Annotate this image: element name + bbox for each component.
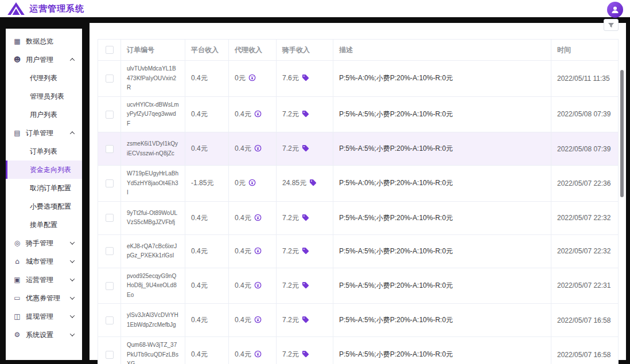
sidebar-item-order-management[interactable]: ▤ 订单管理 — [6, 124, 82, 142]
coin-icon — [254, 144, 262, 152]
agent-income: 0.4元 — [235, 110, 251, 118]
description: P:5%-A:5%;小费P:20%-A:10%-R:0元 — [339, 214, 453, 222]
sidebar-item-city-management[interactable]: ⌂ 城市管理 — [6, 252, 82, 271]
coin-icon — [248, 74, 256, 81]
rider-income: 24.85元 — [282, 179, 306, 187]
row-checkbox[interactable] — [106, 179, 114, 187]
sidebar-subitem-label: 资金走向列表 — [30, 165, 71, 175]
top-header: 运营管理系统 — [0, 0, 630, 17]
user-avatar[interactable] — [607, 2, 623, 18]
price-tag-icon — [302, 316, 309, 323]
sidebar-subitem-label: 订单列表 — [30, 147, 57, 156]
row-checkbox[interactable] — [106, 247, 114, 255]
brand-logo-icon — [7, 2, 25, 15]
table-row: eKJ8-rQA7cBc6ixrJpGz_PXEKk1rlGsI 0.4元 0.… — [98, 234, 619, 268]
sidebar-item-label: 系统设置 — [26, 330, 69, 340]
rider-income: 7.2元 — [282, 214, 299, 222]
row-checkbox[interactable] — [106, 145, 114, 153]
price-tag-icon — [302, 74, 309, 81]
price-tag-icon — [309, 179, 317, 186]
order-id: 9yTt2fui-Ot89WoULVzS5cMBgJZVFbfj — [127, 209, 179, 228]
agent-income: 0.4元 — [235, 214, 251, 222]
sidebar-item-admin-list[interactable]: 管理员列表 — [6, 87, 82, 105]
sidebar-item-tip-option-config[interactable]: 小费选项配置 — [6, 197, 82, 216]
agent-income: 0.4元 — [235, 281, 251, 289]
price-tag-icon — [302, 214, 309, 221]
sidebar-item-data-overview[interactable]: ▦ 数据总览 — [6, 32, 82, 50]
sidebar-item-system-settings[interactable]: ⚙ 系统设置 — [6, 326, 82, 344]
agent-income: 0.4元 — [235, 247, 251, 255]
filter-funnel-icon — [608, 22, 615, 29]
table-row: ucvHYlCtx-dBWsLmyPyfZyU7qeg3wwdF 0.4元 0.… — [98, 96, 619, 132]
chevron-glyph — [70, 331, 75, 336]
sidebar-item-coupon-management[interactable]: ▭ 优惠券管理 — [6, 289, 82, 307]
users-icon: ☻ — [13, 56, 22, 63]
dashboard-icon: ▦ — [13, 38, 22, 45]
chevron-icon — [69, 332, 75, 338]
platform-income: 0.4元 — [191, 281, 208, 289]
sidebar-item-withdrawal-management[interactable]: ◫ 提现管理 — [6, 307, 82, 326]
chevron-glyph — [70, 258, 75, 263]
person-icon — [610, 5, 620, 15]
platform-income: -1.85元 — [191, 179, 213, 187]
fund-flow-table: 订单编号 平台收入 代理收入 骑手收入 描述 时间 — [98, 39, 618, 364]
price-tag-icon — [302, 144, 309, 152]
row-checkbox[interactable] — [106, 111, 114, 119]
table-settings-button[interactable] — [604, 19, 619, 31]
column-header: 代理收入 — [235, 46, 262, 54]
order-id: ulvTUvbMdcaYL1B473KfPaIyOUVxin2R — [127, 64, 179, 93]
row-checkbox[interactable] — [106, 75, 114, 83]
platform-income: 0.4元 — [191, 110, 208, 118]
sidebar-subitem-label: 取消订单配置 — [30, 183, 71, 193]
sidebar-item-rider-management[interactable]: ◎ 骑手管理 — [6, 234, 82, 252]
app-title: 运营管理系统 — [29, 3, 84, 14]
platform-income: 0.4元 — [191, 74, 208, 82]
description: P:5%-A:5%;小费P:20%-A:10%-R:0元 — [339, 110, 453, 118]
coupon-icon: ▭ — [13, 295, 22, 302]
sidebar-subitem-label: 接单配置 — [30, 220, 57, 230]
table-row: zsmeK6i1VDyI1kQyiECVsszwi-nQ8jZc 0.4元 0.… — [98, 132, 619, 166]
agent-income: 0元 — [235, 179, 246, 187]
agent-income: 0.4元 — [235, 350, 251, 358]
sidebar-subitem-label: 用户列表 — [30, 110, 57, 120]
agent-income: 0.4元 — [235, 316, 251, 324]
time: 2022/05/11 11:35 — [557, 75, 610, 83]
row-checkbox[interactable] — [106, 214, 114, 222]
sidebar-item-user-list[interactable]: 用户列表 — [6, 105, 82, 124]
time: 2022/05/07 22:36 — [557, 179, 610, 187]
description: P:5%-A:0%;小费P:20%-A:10%-R:0元 — [339, 74, 453, 82]
rider-income: 7.2元 — [282, 281, 299, 289]
row-checkbox[interactable] — [106, 316, 114, 324]
coin-icon — [254, 110, 262, 118]
rider-income: 7.2元 — [282, 110, 299, 118]
sidebar-item-cancel-order-config[interactable]: 取消订单配置 — [6, 179, 82, 197]
scrollbar-thumb[interactable] — [620, 70, 624, 197]
platform-income: 0.4元 — [191, 214, 208, 222]
sidebar-item-user-management[interactable]: ☻ 用户管理 — [6, 50, 82, 69]
time: 2022/05/07 16:58 — [557, 351, 610, 359]
settings-icon: ⚙ — [13, 331, 22, 338]
chevron-glyph — [70, 295, 75, 299]
operations-icon: ▣ — [13, 276, 22, 283]
sidebar-item-operation-management[interactable]: ▣ 运营管理 — [6, 271, 82, 289]
sidebar-subitem-label: 代理列表 — [30, 73, 57, 83]
row-checkbox[interactable] — [106, 351, 114, 359]
row-checkbox[interactable] — [106, 282, 114, 290]
rider-icon: ◎ — [13, 240, 22, 246]
rider-income: 7.2元 — [282, 350, 299, 358]
coin-icon — [254, 281, 262, 289]
platform-income: 0.4元 — [191, 144, 208, 152]
sidebar-item-accept-order-config[interactable]: 接单配置 — [6, 216, 82, 234]
chevron-glyph — [70, 58, 75, 62]
chevron-glyph — [70, 276, 75, 281]
column-header: 时间 — [557, 46, 571, 54]
sidebar-item-order-list[interactable]: 订单列表 — [6, 142, 82, 161]
coin-icon — [254, 350, 262, 358]
sidebar-item-agent-list[interactable]: 代理列表 — [6, 69, 82, 87]
sidebar-item-fund-flow-list[interactable]: 资金走向列表 — [6, 161, 82, 179]
select-all-checkbox[interactable] — [106, 46, 114, 54]
chevron-icon — [69, 240, 75, 246]
order-id: ucvHYlCtx-dBWsLmyPyfZyU7qeg3wwdF — [127, 100, 179, 129]
chevron-glyph — [70, 240, 75, 244]
platform-income: 0.4元 — [191, 350, 208, 358]
